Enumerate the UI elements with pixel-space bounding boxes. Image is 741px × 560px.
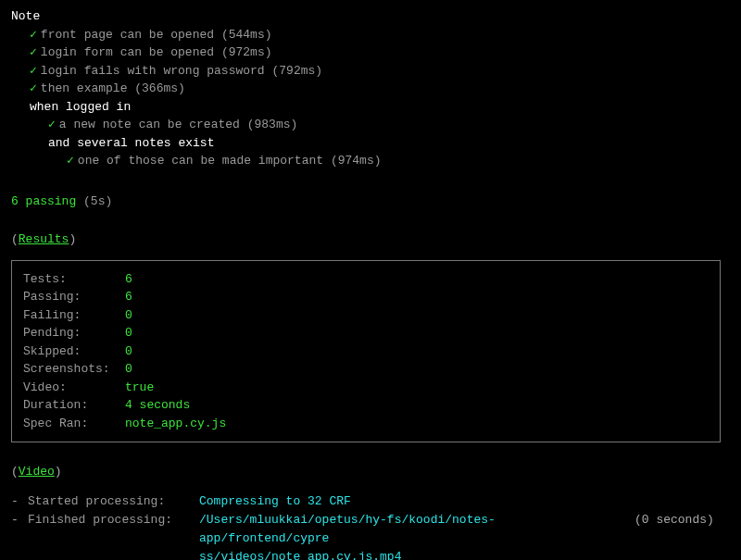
video-label: Started processing: [28,492,199,511]
test-name: then example [41,81,128,95]
test-duration: (974ms) [331,154,382,168]
check-icon: ✓ [30,45,37,59]
test-row: ✓login form can be opened (972ms) [11,44,730,62]
check-icon: ✓ [67,154,74,168]
video-header: (Video) [11,463,730,481]
test-row: ✓login fails with wrong password (792ms) [11,62,730,81]
test-name: one of those can be made important [78,154,323,168]
video-value: ss/videos/note_app.cy.js.mp4 [199,548,401,560]
video-value: Compressing to 32 CRF [199,492,351,511]
result-row: Failing:0 [23,306,709,325]
result-label: Pending: [23,324,125,342]
video-row: - Finished processing: /Users/mluukkai/o… [11,511,730,547]
results-header: (Results) [11,230,730,249]
dash-icon: - [11,511,28,547]
result-value: true [125,379,154,397]
passing-summary: 6 passing (5s) [11,193,730,211]
result-row: Video:true [23,379,709,397]
result-row: Screenshots:0 [23,360,709,379]
result-row: Duration:4 seconds [23,396,709,415]
test-duration: (972ms) [221,45,272,59]
result-label: Screenshots: [23,360,125,379]
result-row: Passing:6 [23,288,709,306]
results-box: Tests:6 Passing:6 Failing:0 Pending:0 Sk… [11,260,721,443]
test-duration: (792ms) [271,64,322,78]
result-value: 6 [125,270,132,289]
check-icon: ✓ [30,81,37,95]
section-title: Video [19,465,55,479]
test-duration: (366ms) [134,81,185,95]
result-value: 6 [125,288,132,306]
context-title: and several notes exist [11,134,730,153]
test-row: ✓one of those can be made important (974… [11,152,730,170]
result-value: 0 [125,324,132,342]
dash-icon: - [11,492,28,511]
check-icon: ✓ [30,28,37,42]
result-label: Duration: [23,396,125,415]
result-value: 0 [125,306,132,325]
section-title: Results [19,232,69,246]
test-name: login fails with wrong password [41,64,265,78]
result-value: 0 [125,360,132,379]
result-label: Passing: [23,288,125,306]
result-label: Skipped: [23,342,125,361]
result-row: Pending:0 [23,324,709,342]
suite-title: Note [11,7,730,26]
result-row: Tests:6 [23,270,709,289]
test-duration: (544ms) [221,28,272,42]
result-label: Spec Ran: [23,415,125,433]
result-value: 0 [125,342,132,361]
test-row: ✓then example (366ms) [11,80,730,98]
result-value: note_app.cy.js [125,415,226,433]
video-row: ss/videos/note_app.cy.js.mp4 [11,548,730,560]
passing-count: 6 passing [11,194,76,208]
video-row: - Started processing: Compressing to 32 … [11,492,730,511]
result-label: Failing: [23,306,125,325]
check-icon: ✓ [30,64,37,78]
video-value: /Users/mluukkai/opetus/hy-fs/koodi/notes… [199,511,616,547]
result-value: 4 seconds [125,396,190,415]
video-time: (0 seconds) [634,511,714,547]
result-label: Tests: [23,270,125,289]
test-name: front page can be opened [41,28,214,42]
passing-time: (5s) [83,194,112,208]
check-icon: ✓ [48,118,56,131]
test-name: login form can be opened [41,45,214,59]
result-row: Skipped:0 [23,342,709,361]
video-label: Finished processing: [28,511,199,547]
test-duration: (983ms) [247,118,298,131]
test-row: ✓a new note can be created (983ms) [11,116,730,134]
context-title: when logged in [11,98,730,117]
result-row: Spec Ran:note_app.cy.js [23,415,709,433]
test-row: ✓front page can be opened (544ms) [11,26,730,44]
result-label: Video: [23,379,125,397]
test-name: a new note can be created [59,118,240,131]
